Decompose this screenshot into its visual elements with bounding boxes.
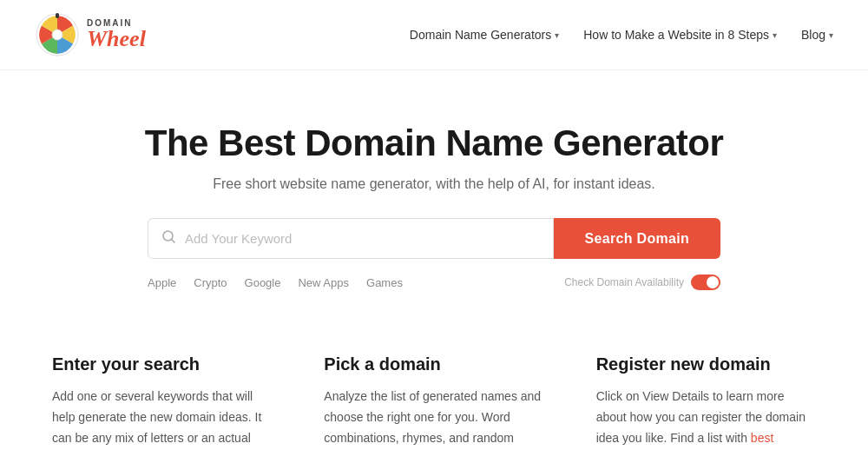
step-enter-search-desc: Add one or several keywords that will he… (52, 387, 272, 450)
nav-item-domain-generators[interactable]: Domain Name Generators ▾ (410, 28, 559, 42)
tag-row: Apple Crypto Google New Apps Games Check… (148, 271, 720, 294)
chevron-down-icon: ▾ (773, 30, 777, 40)
tag-crypto[interactable]: Crypto (194, 276, 227, 289)
step-enter-search: Enter your search Add one or several key… (52, 354, 272, 450)
logo[interactable]: DOMAIN Wheel (35, 12, 146, 57)
logo-wheel-icon (35, 12, 80, 57)
logo-text: DOMAIN Wheel (87, 19, 146, 50)
tag-google[interactable]: Google (245, 276, 281, 289)
svg-point-1 (52, 30, 62, 40)
search-input[interactable] (185, 219, 539, 258)
chevron-down-icon: ▾ (829, 30, 833, 40)
tag-games[interactable]: Games (366, 276, 403, 289)
step-pick-domain-title: Pick a domain (324, 354, 543, 374)
step-register-domain: Register new domain Click on View Detail… (596, 354, 816, 450)
nav-item-how-to[interactable]: How to Make a Website in 8 Steps ▾ (583, 28, 777, 42)
domain-availability-check: Check Domain Availability (564, 275, 720, 290)
domain-availability-toggle[interactable] (691, 275, 720, 290)
toggle-knob (707, 276, 719, 288)
search-domain-button[interactable]: Search Domain (554, 218, 720, 259)
hero-subtitle: Free short website name generator, with … (17, 176, 851, 192)
chevron-down-icon: ▾ (555, 30, 559, 40)
tag-new-apps[interactable]: New Apps (298, 276, 349, 289)
hero-title: The Best Domain Name Generator (17, 122, 851, 164)
step-pick-domain-desc: Analyze the list of generated names and … (324, 387, 543, 450)
step-enter-search-title: Enter your search (52, 354, 272, 374)
keyword-tags: Apple Crypto Google New Apps Games (148, 276, 403, 289)
search-icon (162, 230, 176, 248)
domain-check-label: Check Domain Availability (564, 276, 684, 288)
steps-section: Enter your search Add one or several key… (0, 311, 868, 450)
search-box (148, 218, 554, 259)
step-pick-domain: Pick a domain Analyze the list of genera… (324, 354, 543, 450)
header: DOMAIN Wheel Domain Name Generators ▾ Ho… (0, 0, 868, 70)
logo-wheel-label: Wheel (87, 28, 146, 50)
tag-apple[interactable]: Apple (148, 276, 176, 289)
nav-item-blog[interactable]: Blog ▾ (801, 28, 833, 42)
hero-section: The Best Domain Name Generator Free shor… (0, 70, 868, 311)
step-register-domain-desc: Click on View Details to learn more abou… (596, 387, 816, 450)
main-nav: Domain Name Generators ▾ How to Make a W… (410, 28, 833, 42)
search-container: Search Domain (148, 218, 720, 259)
svg-rect-2 (56, 13, 59, 18)
step-register-domain-title: Register new domain (596, 354, 816, 374)
